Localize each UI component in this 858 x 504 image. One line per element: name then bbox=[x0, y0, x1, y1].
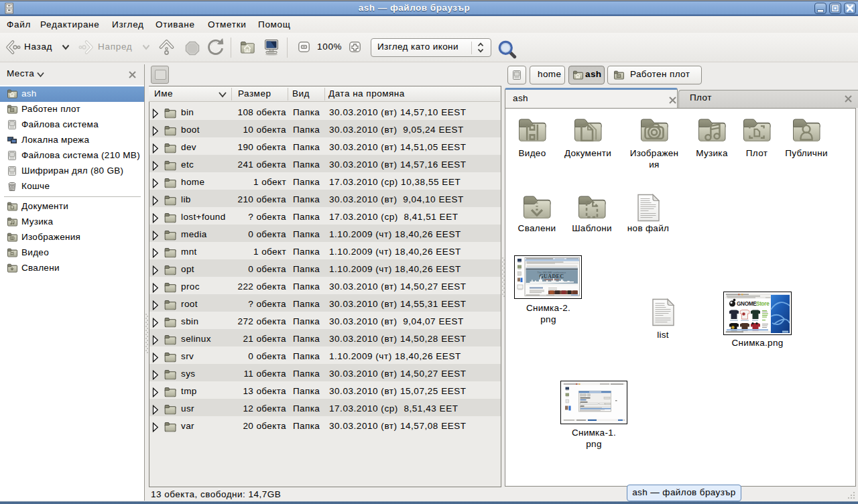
svg-text:Store: Store bbox=[756, 301, 770, 307]
svg-text:GUADEC: GUADEC bbox=[539, 273, 564, 279]
svg-text:GNOME: GNOME bbox=[737, 301, 757, 307]
